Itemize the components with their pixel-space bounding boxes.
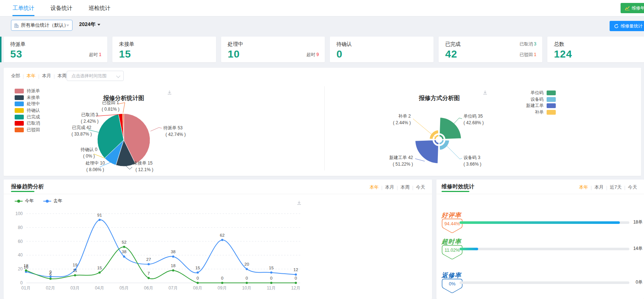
title-underline (442, 191, 469, 192)
trend-legend-去年[interactable]: 去年 (43, 198, 62, 204)
efficiency-card: 维修时效统计 本年|本月|近7天|今天 好评率94.44%18单超时率11.02… (436, 180, 644, 299)
data-point[interactable] (74, 274, 76, 276)
series-line-去年 (26, 220, 296, 277)
data-label: 18 (24, 263, 29, 268)
trend-legend-今年[interactable]: 今年 (15, 198, 34, 204)
pie-charts-canvas: 待派单 53( 42.74% )未接单 15( 12.1% )处理中 10( 8… (4, 68, 641, 176)
pie-label-待确认: 待确认 0 (81, 147, 97, 152)
data-label: 0 (295, 276, 297, 280)
time-tab-本周[interactable]: 本周 (398, 184, 412, 191)
eff-progress-track (459, 281, 629, 284)
data-point[interactable] (172, 269, 174, 272)
pie-label-已完成: 已完成 42 (72, 125, 92, 130)
trend-legend: 今年去年 (15, 198, 62, 204)
data-point[interactable] (98, 219, 101, 221)
pie-label-pct: ( 8.06% ) (86, 167, 104, 172)
stat-value: 42 (445, 48, 457, 60)
caret-down-icon (66, 25, 69, 26)
time-tab-本年[interactable]: 本年 (367, 184, 381, 191)
data-label: 15 (269, 266, 274, 270)
eff-row-好评率: 好评率94.44%18单 (442, 211, 641, 237)
stat-card-总数: 总数124 (547, 37, 644, 62)
x-tick-label: 01月 (21, 285, 30, 291)
data-point[interactable] (197, 282, 199, 284)
legend-label: 去年 (53, 198, 62, 204)
data-point[interactable] (221, 239, 223, 241)
legend-label: 今年 (25, 198, 34, 204)
legend-line-icon (15, 201, 23, 202)
data-point[interactable] (123, 246, 125, 248)
pie-label-pct: ( 42.74% ) (165, 132, 186, 137)
data-point[interactable] (98, 272, 101, 274)
pie-label-pct: ( 33.87% ) (71, 132, 92, 137)
data-point[interactable] (221, 282, 223, 284)
efficiency-time-filter: 本年|本月|近7天|今天 (576, 184, 640, 191)
pie-charts-card: 全部|本年|本月|本周|今天 点击选择时间范围 报修分析统计图 报修方式分析图 … (4, 68, 641, 176)
data-point[interactable] (172, 255, 174, 258)
series-line-今年 (26, 247, 296, 283)
trend-title: 报修趋势分析 (11, 183, 44, 190)
caret-down-icon (97, 24, 100, 26)
trend-time-filter: 本年|本月|本周|今天 (367, 184, 428, 191)
top-tab-bar: 工单统计设备统计巡检统计 维修年报 (0, 0, 644, 16)
stat-card-处理中: 处理中10超时9 (221, 37, 325, 62)
y-tick-label: 40 (18, 252, 23, 258)
pie-label-处理中: 处理中 10 (85, 160, 105, 166)
volume-stats-button[interactable]: 维修量统计 (610, 21, 644, 31)
data-label: 91 (97, 213, 102, 217)
unit-select[interactable]: 所有单位统计（默认） (11, 20, 72, 31)
data-label: 19 (73, 263, 78, 267)
year-report-button[interactable]: 维修年报 (621, 3, 644, 13)
stat-card-未接单: 未接单15 (112, 37, 216, 62)
y-tick-label: 20 (18, 266, 23, 272)
rose-label-设备码: 设备码 3 (464, 155, 480, 160)
download-icon[interactable] (297, 200, 302, 205)
data-point[interactable] (295, 282, 297, 284)
time-tab-今天[interactable]: 今天 (413, 184, 428, 191)
data-label: 15 (196, 266, 200, 270)
title-underline (11, 191, 34, 192)
pie-label-已驳回: 已驳回 1 (102, 100, 119, 105)
data-point[interactable] (49, 278, 52, 280)
stat-cards-row: 待派单53超时1未接单15处理中10超时9待确认0已完成42已取消3已驳回1总数… (4, 37, 644, 62)
time-tab-今天[interactable]: 今天 (625, 184, 640, 191)
data-label: 0 (246, 276, 248, 280)
data-point[interactable] (25, 269, 27, 272)
x-tick-label: 04月 (95, 285, 104, 291)
data-point[interactable] (270, 272, 272, 274)
y-tick-label: 60 (18, 239, 23, 244)
svg-text:11.02%: 11.02% (444, 248, 459, 253)
data-point[interactable] (295, 273, 297, 276)
time-tab-近7天[interactable]: 近7天 (607, 184, 624, 191)
year-select[interactable]: 2024年 (79, 21, 100, 28)
trend-chart-canvas: 02040608010001月02月03月04月05月06月07月08月09月1… (4, 209, 432, 299)
y-tick-label: 80 (18, 225, 23, 230)
data-point[interactable] (123, 255, 125, 258)
time-tab-本月[interactable]: 本月 (383, 184, 397, 191)
unit-select-value: 所有单位统计（默认） (21, 22, 66, 29)
data-point[interactable] (148, 277, 150, 279)
rose-petal-补单[interactable] (429, 130, 439, 139)
rose-petal-单位码[interactable] (439, 117, 462, 139)
data-point[interactable] (270, 282, 272, 284)
rose-petal-新建工单[interactable] (415, 140, 439, 164)
eff-count-label: 18单 (633, 219, 643, 225)
data-point[interactable] (197, 272, 199, 274)
eff-badge-shield: 0% (442, 278, 463, 294)
stat-card-已完成: 已完成42已取消3已驳回1 (439, 37, 542, 62)
stat-label: 待确认 (336, 41, 352, 48)
stat-label: 待派单 (10, 41, 26, 48)
tab-设备统计[interactable]: 设备统计 (51, 0, 72, 16)
time-tab-本年[interactable]: 本年 (576, 184, 591, 191)
tab-巡检统计[interactable]: 巡检统计 (89, 0, 111, 16)
stat-label: 处理中 (228, 41, 243, 48)
rose-label-pct: ( 3.66% ) (464, 162, 481, 167)
rose-petal-设备码[interactable] (439, 140, 450, 151)
eff-badge-shield: 11.02% (442, 245, 463, 260)
eff-progress-fill (459, 221, 620, 224)
tab-工单统计[interactable]: 工单统计 (12, 0, 34, 16)
data-point[interactable] (148, 263, 150, 265)
time-tab-本月[interactable]: 本月 (592, 184, 606, 191)
data-point[interactable] (246, 268, 248, 270)
data-point[interactable] (246, 282, 248, 284)
